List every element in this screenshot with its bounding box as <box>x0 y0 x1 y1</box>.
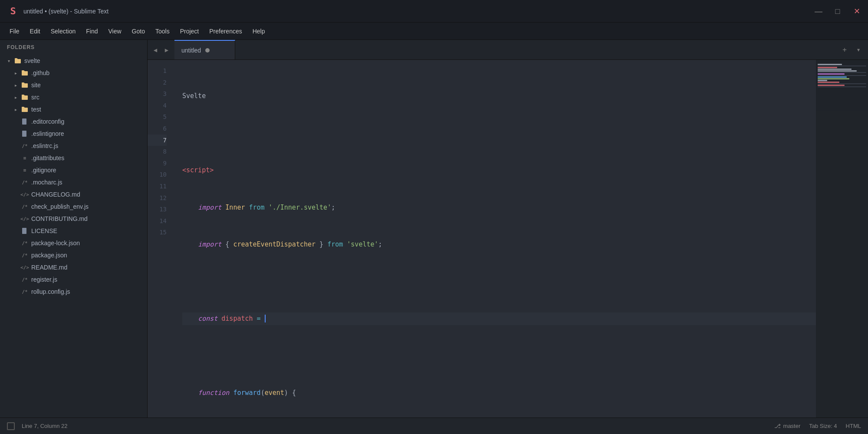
main-layout: FOLDERS ▾ svelte ▸ .github ▸ site <box>0 40 868 418</box>
code-line-9: function forward(event) { <box>182 387 816 399</box>
file-md-icon: </> <box>21 191 29 198</box>
line-num-9: 9 <box>148 158 167 169</box>
menu-file[interactable]: File <box>5 26 24 36</box>
sidebar-item-pkglock[interactable]: ▸ /* package-lock.json <box>0 237 147 249</box>
minimize-button[interactable]: — <box>814 7 823 15</box>
sidebar-item-license[interactable]: ▸ LICENSE <box>0 225 147 237</box>
folders-header: FOLDERS <box>0 40 147 55</box>
line-num-15: 15 <box>148 227 167 238</box>
sidebar-item-label: README.md <box>31 264 67 271</box>
new-tab-button[interactable]: + <box>839 45 850 55</box>
sidebar-item-svelte[interactable]: ▾ svelte <box>0 55 147 67</box>
sidebar-item-changelog[interactable]: ▸ </> CHANGELOG.md <box>0 188 147 201</box>
sidebar-item-check-publish[interactable]: ▸ /* check_publish_env.js <box>0 201 147 213</box>
status-checkbox[interactable] <box>7 422 15 430</box>
sidebar-item-register[interactable]: ▸ /* register.js <box>0 273 147 286</box>
sidebar-item-label: CHANGELOG.md <box>31 191 80 198</box>
tab-next-button[interactable]: ▶ <box>161 45 172 55</box>
file-md-icon: </> <box>21 215 29 223</box>
sidebar-item-contributing[interactable]: ▸ </> CONTRIBUTING.md <box>0 213 147 225</box>
statusbar: Line 7, Column 22 ⎇ master Tab Size: 4 H… <box>0 418 868 434</box>
sidebar-item-label: .github <box>31 69 49 76</box>
line-num-7: 7 <box>148 135 167 146</box>
file-icon <box>21 227 29 235</box>
sidebar-item-gitattributes[interactable]: ▸ ≡ .gitattributes <box>0 152 147 164</box>
folder-icon <box>21 69 29 77</box>
chevron-right-icon: ▸ <box>12 82 19 89</box>
sidebar-item-site[interactable]: ▸ site <box>0 79 147 91</box>
sidebar-item-label: package-lock.json <box>31 240 80 247</box>
chevron-right-icon: ▸ <box>12 94 19 101</box>
tab-untitled[interactable]: untitled <box>174 40 235 59</box>
minimap-line <box>818 78 849 79</box>
menu-project[interactable]: Project <box>176 26 204 36</box>
minimap-line <box>818 82 839 83</box>
branch-name: master <box>783 423 801 429</box>
status-position[interactable]: Line 7, Column 22 <box>22 423 68 429</box>
code-line-1: Svelte <box>182 90 816 102</box>
sidebar-item-pkg[interactable]: ▸ /* package.json <box>0 249 147 261</box>
sidebar-item-label: src <box>31 94 39 101</box>
titlebar: S untitled • (svelte) - Sublime Text — □… <box>0 0 868 23</box>
sidebar-item-label: check_publish_env.js <box>31 203 89 210</box>
sidebar-item-label: test <box>31 106 41 113</box>
status-syntax[interactable]: HTML <box>846 423 861 429</box>
minimap-line <box>818 72 866 73</box>
file-js-icon: /* <box>21 203 29 210</box>
close-button[interactable]: ✕ <box>852 7 861 15</box>
minimap-line <box>818 85 845 86</box>
code-line-8 <box>182 350 816 362</box>
sidebar-item-editorconfig[interactable]: ▸ .editorconfig <box>0 115 147 128</box>
sidebar-item-test[interactable]: ▸ test <box>0 103 147 115</box>
sidebar-item-label: site <box>31 82 41 89</box>
line-num-12: 12 <box>148 192 167 204</box>
menu-tools[interactable]: Tools <box>151 26 174 36</box>
sidebar: FOLDERS ▾ svelte ▸ .github ▸ site <box>0 40 148 418</box>
file-js-icon: /* <box>21 142 29 150</box>
sidebar-item-label: LICENSE <box>31 227 57 234</box>
status-right: ⎇ master Tab Size: 4 HTML <box>774 423 861 429</box>
file-lines-icon: ≡ <box>21 166 29 174</box>
cursor-position: Line 7, Column 22 <box>22 423 68 429</box>
editor-area: ◀ ▶ untitled + ▾ 1 2 3 4 5 6 7 <box>148 40 868 418</box>
code-line-5: import { createEventDispatcher } from 's… <box>182 238 816 251</box>
tab-list-button[interactable]: ▾ <box>853 45 864 55</box>
code-line-7: const dispatch = <box>182 312 816 325</box>
menu-edit[interactable]: Edit <box>26 26 45 36</box>
sidebar-item-rollup[interactable]: ▸ /* rollup.config.js <box>0 286 147 298</box>
menu-selection[interactable]: Selection <box>46 26 80 36</box>
sidebar-item-gitignore[interactable]: ▸ ≡ .gitignore <box>0 164 147 176</box>
tab-prev-button[interactable]: ◀ <box>150 45 161 55</box>
sidebar-item-eslintignore[interactable]: ▸ .eslintignore <box>0 128 147 140</box>
tab-bar: ◀ ▶ untitled + ▾ <box>148 40 868 60</box>
menu-goto[interactable]: Goto <box>128 26 149 36</box>
checkbox-icon <box>7 422 15 430</box>
tab-navigation: ◀ ▶ <box>148 40 174 59</box>
file-md-icon: </> <box>21 263 29 271</box>
menu-view[interactable]: View <box>104 26 126 36</box>
sidebar-item-eslintrc[interactable]: ▸ /* .eslintrc.js <box>0 140 147 152</box>
sidebar-item-github[interactable]: ▸ .github <box>0 67 147 79</box>
folder-icon <box>21 105 29 113</box>
menu-find[interactable]: Find <box>82 26 102 36</box>
sidebar-item-src[interactable]: ▸ src <box>0 91 147 103</box>
app-icon: S <box>7 5 19 17</box>
folder-icon <box>14 57 22 65</box>
folder-icon <box>21 93 29 101</box>
file-js-icon: /* <box>21 178 29 186</box>
sidebar-item-label: .gitattributes <box>31 155 64 161</box>
file-icon <box>21 130 29 138</box>
minimap-line <box>818 67 837 68</box>
minimap-line <box>818 73 845 75</box>
code-editor[interactable]: Svelte <script> import Inner from './Inn… <box>174 60 816 418</box>
line-num-13: 13 <box>148 204 167 215</box>
minimap-line <box>818 86 866 87</box>
menu-preferences[interactable]: Preferences <box>205 26 246 36</box>
status-branch[interactable]: ⎇ master <box>774 423 801 429</box>
sidebar-item-mocharc[interactable]: ▸ /* .mocharc.js <box>0 176 147 188</box>
status-tab-size[interactable]: Tab Size: 4 <box>809 423 837 429</box>
menu-help[interactable]: Help <box>248 26 270 36</box>
maximize-button[interactable]: □ <box>833 7 842 15</box>
minimap-line <box>818 76 847 78</box>
sidebar-item-readme[interactable]: ▸ </> README.md <box>0 261 147 273</box>
